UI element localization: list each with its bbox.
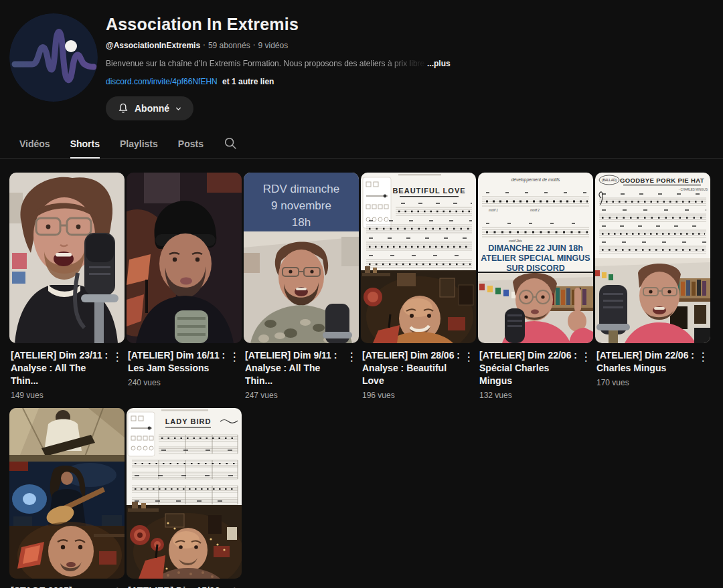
short-card[interactable]: (BALLAD) GOODBYE PORK PIE HAT - CHARLES … — [595, 173, 710, 400]
channel-link[interactable]: discord.com/invite/4pf66NfEHN — [106, 77, 218, 86]
sheet-title: BEAUTIFUL LOVE — [392, 187, 465, 195]
channel-links-row: discord.com/invite/4pf66NfEHN et 1 autre… — [106, 77, 451, 86]
more-options-button[interactable]: ⋮ — [227, 585, 242, 588]
svg-text:motif 2: motif 2 — [530, 209, 540, 212]
tab-playlists[interactable]: Playlists — [110, 133, 168, 158]
tab-videos[interactable]: Vidéos — [9, 133, 60, 158]
banner-line-1: RDV dimanche — [263, 183, 339, 195]
sheet-title: LADY BIRD — [165, 417, 212, 425]
meta-separator: ‧ — [250, 41, 258, 50]
short-thumbnail[interactable]: BEAUTIFUL LOVE — [361, 173, 476, 343]
thumbnail-art-lady-bird-sheet: LADY BIRD — [127, 408, 242, 579]
sheet-header: développement de motifs — [511, 177, 560, 183]
thumbnail-art-stage-collage — [9, 408, 125, 579]
short-thumbnail[interactable] — [9, 173, 125, 343]
subscribed-label: Abonné — [135, 103, 169, 114]
promo-line-1: DIMANCHE 22 JUIN 18h — [488, 243, 583, 253]
search-icon — [223, 136, 238, 151]
short-title[interactable]: [ATELIER] Dim 23/11 : Analyse : All The … — [11, 349, 110, 387]
short-thumbnail[interactable]: (BALLAD) GOODBYE PORK PIE HAT - CHARLES … — [595, 173, 710, 343]
short-views: 149 vues — [11, 391, 110, 400]
more-options-button[interactable]: ⋮ — [110, 585, 125, 588]
more-options-button[interactable]: ⋮ — [696, 349, 710, 387]
subscriber-count: 59 abonnés — [208, 41, 250, 50]
thumbnail-art-pork-pie-hat-sheet: (BALLAD) GOODBYE PORK PIE HAT - CHARLES … — [595, 173, 710, 343]
tab-posts[interactable]: Posts — [168, 133, 214, 158]
channel-header: Association In Extremis @AssociationInEx… — [0, 0, 723, 120]
short-card[interactable]: développement de motifs motif 1 motif 2 … — [478, 173, 593, 400]
short-views: 132 vues — [479, 391, 578, 400]
short-title[interactable]: [ATELIER] Dim 9/11 : Analyse : All The T… — [245, 349, 344, 387]
short-card[interactable]: [STAGE 2025] Présentation du stage ... 2… — [9, 408, 125, 588]
short-thumbnail[interactable]: LADY BIRD — [127, 408, 242, 579]
more-options-button[interactable]: ⋮ — [227, 349, 242, 387]
thumbnail-art-mingus-promo: développement de motifs motif 1 motif 2 … — [478, 173, 593, 343]
banner-line-2: 9 novembre — [271, 199, 331, 212]
more-options-button[interactable]: ⋮ — [461, 349, 476, 400]
short-title[interactable]: [ATELIER] Dim 28/06 : Analyse : Beautifu… — [362, 349, 461, 387]
svg-text:motif 1: motif 1 — [489, 209, 498, 212]
short-title[interactable]: [ATELIER] Dim 22/06 : Charles Mingus — [596, 349, 696, 375]
short-title[interactable]: [ATELIER] Dim 16/11 : Les Jam Sessions — [128, 349, 227, 375]
svg-text:motif 2bis: motif 2bis — [509, 239, 522, 243]
short-views: 170 vues — [596, 378, 696, 387]
thumbnail-art-beanie-man — [127, 173, 242, 343]
short-card[interactable]: [ATELIER] Dim 23/11 : Analyse : All The … — [9, 173, 125, 400]
tab-shorts[interactable]: Shorts — [60, 133, 110, 158]
thumbnail-art-talking-head — [9, 173, 125, 343]
channel-avatar[interactable] — [9, 13, 98, 102]
sheet-title: GOODBYE PORK PIE HAT — [620, 177, 704, 184]
video-count: 9 vidéos — [258, 41, 288, 50]
more-options-button[interactable]: ⋮ — [344, 349, 359, 400]
short-card[interactable]: [ATELIER] Dim 16/11 : Les Jam Sessions 2… — [127, 173, 242, 400]
description-more-link[interactable]: ...plus — [427, 59, 451, 68]
short-title[interactable]: [ATELIER] Dim 22/06 : Spécial Charles Mi… — [479, 349, 578, 387]
short-title[interactable]: [ATELIER] Dim 15/06 : Analyse : Lady Bir… — [128, 585, 227, 588]
thumbnail-art-rdv-banner: RDV dimanche 9 novembre 18h — [244, 173, 359, 343]
channel-title: Association In Extremis — [106, 15, 451, 34]
promo-line-3: SUR DISCORD — [506, 264, 565, 273]
shorts-grid: [ATELIER] Dim 23/11 : Analyse : All The … — [0, 159, 723, 588]
chevron-down-icon — [174, 104, 183, 113]
short-thumbnail[interactable]: RDV dimanche 9 novembre 18h — [244, 173, 359, 343]
thumbnail-art-beautiful-love-sheet: BEAUTIFUL LOVE — [361, 173, 476, 343]
sheet-credit: - CHARLES MINGUS — [679, 188, 708, 191]
short-title[interactable]: [STAGE 2025] Présentation du stage ... — [11, 585, 110, 588]
short-card[interactable]: BEAUTIFUL LOVE — [361, 173, 476, 400]
channel-description: Bienvenue sur la chaîne d’In Extremis Fo… — [106, 59, 427, 68]
subscribed-button[interactable]: Abonné — [106, 96, 193, 120]
more-options-button[interactable]: ⋮ — [110, 349, 125, 400]
short-card[interactable]: LADY BIRD — [127, 408, 242, 588]
channel-handle: @AssociationInExtremis — [106, 41, 200, 50]
channel-meta: @AssociationInExtremis‧59 abonnés‧9 vidé… — [106, 41, 451, 50]
promo-line-2: ATELIER SPECIAL MINGUS — [481, 254, 590, 263]
more-options-button[interactable]: ⋮ — [578, 349, 593, 400]
other-links[interactable]: et 1 autre lien — [222, 77, 274, 86]
channel-search-button[interactable] — [214, 130, 244, 158]
meta-separator: ‧ — [200, 41, 208, 50]
short-card[interactable]: RDV dimanche 9 novembre 18h — [244, 173, 359, 400]
banner-line-3: 18h — [292, 216, 311, 229]
channel-description-row: Bienvenue sur la chaîne d’In Extremis Fo… — [106, 59, 451, 68]
short-thumbnail[interactable]: développement de motifs motif 1 motif 2 … — [478, 173, 593, 343]
channel-logo-waveform — [9, 13, 98, 102]
short-thumbnail[interactable] — [9, 408, 125, 579]
bell-icon — [116, 102, 130, 115]
short-views: 240 vues — [128, 378, 227, 387]
short-views: 196 vues — [362, 391, 461, 400]
channel-tabs: Vidéos Shorts Playlists Posts — [0, 130, 723, 159]
short-views: 247 vues — [245, 391, 344, 400]
sheet-badge: (BALLAD) — [602, 178, 617, 182]
short-thumbnail[interactable] — [127, 173, 242, 343]
